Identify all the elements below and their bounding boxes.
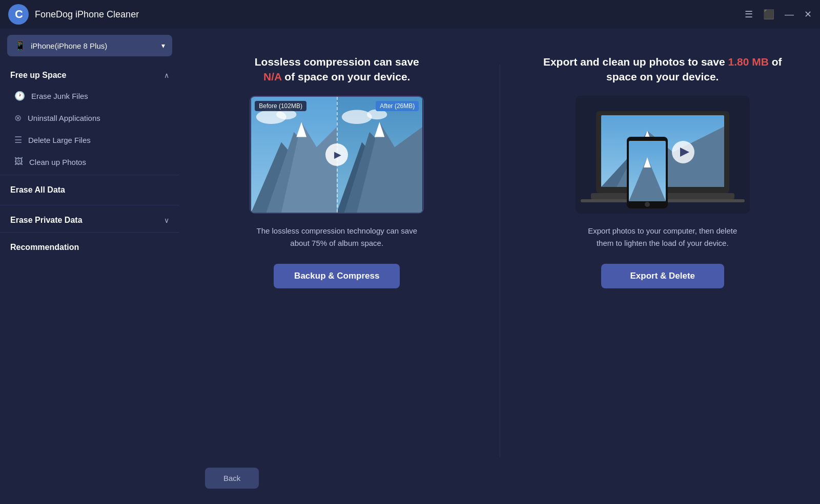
- hamburger-menu-icon[interactable]: ☰: [745, 10, 753, 19]
- erase-all-data-header[interactable]: Erase All Data: [0, 177, 179, 203]
- sidebar-item-erase-junk-label: Erase Junk Files: [31, 92, 88, 100]
- close-icon[interactable]: ✕: [804, 10, 812, 19]
- sidebar-item-clean-photos[interactable]: 🖼 Clean up Photos: [0, 151, 179, 173]
- chat-icon[interactable]: ⬛: [763, 10, 774, 19]
- export-delete-button[interactable]: Export & Delete: [601, 264, 724, 288]
- device-name: iPhone(iPhone 8 Plus): [31, 41, 161, 50]
- back-button[interactable]: Back: [205, 468, 259, 489]
- export-heading: Export and clean up photos to save 1.80 …: [531, 54, 795, 85]
- device-selector[interactable]: 📱 iPhone(iPhone 8 Plus) ▾: [7, 35, 172, 56]
- free-up-space-chevron-icon: ∧: [164, 71, 169, 79]
- uninstall-icon: ⊗: [14, 113, 22, 123]
- svg-point-16: [342, 110, 372, 124]
- files-icon: ☰: [14, 135, 22, 145]
- erase-private-header[interactable]: Erase Private Data ∨: [0, 207, 179, 230]
- erase-private-chevron-icon: ∨: [164, 216, 169, 224]
- export-image: [576, 96, 750, 214]
- export-card: Export and clean up photos to save 1.80 …: [531, 54, 795, 288]
- sidebar-item-uninstall-apps[interactable]: ⊗ Uninstall Applications: [0, 107, 179, 129]
- recommendation-header[interactable]: Recommendation: [0, 235, 179, 260]
- cards-row: Lossless compression can save N/A of spa…: [205, 49, 794, 457]
- compression-highlight: N/A: [263, 71, 281, 82]
- main-layout: 📱 iPhone(iPhone 8 Plus) ▾ Free up Space …: [0, 29, 820, 504]
- free-up-space-section: Free up Space ∧ 🕐 Erase Junk Files ⊗ Uni…: [0, 62, 179, 173]
- recommendation-title: Recommendation: [10, 243, 79, 251]
- free-up-space-header[interactable]: Free up Space ∧: [0, 62, 179, 85]
- sidebar-item-delete-large[interactable]: ☰ Delete Large Files: [0, 129, 179, 151]
- sidebar-item-delete-large-label: Delete Large Files: [28, 136, 91, 144]
- compression-heading-prefix: Lossless compression can save: [255, 56, 419, 68]
- compression-image: Before (102MB) After (26MB) ▶: [250, 96, 424, 214]
- app-title: FoneDog iPhone Cleaner: [35, 9, 745, 20]
- export-heading-prefix: Export and clean up photos to save: [543, 56, 725, 68]
- after-label: After (26MB): [376, 101, 419, 111]
- cards-separator: [500, 65, 500, 457]
- device-chevron-icon: ▾: [161, 41, 165, 50]
- svg-point-31: [645, 202, 650, 207]
- erase-private-title: Erase Private Data: [10, 216, 83, 225]
- title-bar: C FoneDog iPhone Cleaner ☰ ⬛ — ✕: [0, 0, 820, 29]
- bottom-bar: Back: [205, 457, 794, 489]
- backup-compress-button[interactable]: Backup & Compress: [274, 264, 400, 288]
- compression-description: The lossless compression technology can …: [255, 225, 419, 249]
- sidebar-divider-3: [0, 232, 179, 233]
- clock-icon: 🕐: [14, 91, 25, 101]
- sidebar-divider-1: [0, 175, 179, 175]
- content-area: Lossless compression can save N/A of spa…: [179, 29, 820, 504]
- sidebar-item-clean-photos-label: Clean up Photos: [29, 158, 86, 166]
- app-logo: C: [8, 4, 29, 25]
- compression-heading-suffix: of space on your device.: [284, 71, 410, 82]
- export-highlight: 1.80 MB: [728, 56, 769, 68]
- sidebar-item-erase-junk[interactable]: 🕐 Erase Junk Files: [0, 85, 179, 107]
- erase-all-data-title: Erase All Data: [10, 185, 65, 194]
- sidebar: 📱 iPhone(iPhone 8 Plus) ▾ Free up Space …: [0, 29, 179, 504]
- compression-heading: Lossless compression can save N/A of spa…: [255, 54, 419, 85]
- free-up-space-title: Free up Space: [10, 71, 66, 80]
- window-controls: ☰ ⬛ — ✕: [745, 10, 812, 19]
- before-label: Before (102MB): [255, 101, 306, 111]
- export-description: Export photos to your computer, then del…: [581, 225, 745, 249]
- devices-svg: [576, 96, 750, 214]
- photo-icon: 🖼: [14, 157, 23, 167]
- play-button[interactable]: ▶: [325, 143, 348, 166]
- compression-card: Lossless compression can save N/A of spa…: [205, 54, 469, 288]
- device-icon: 📱: [14, 40, 26, 51]
- play-icon: ▶: [334, 149, 341, 160]
- sidebar-item-uninstall-label: Uninstall Applications: [28, 114, 100, 122]
- minimize-icon[interactable]: —: [785, 10, 794, 19]
- svg-text:C: C: [15, 8, 23, 20]
- sidebar-divider-2: [0, 205, 179, 205]
